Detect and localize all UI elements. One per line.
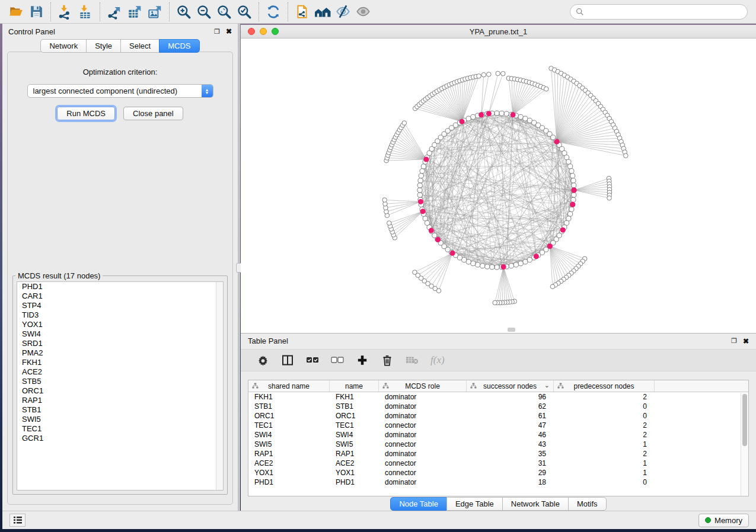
- zoom-in-button[interactable]: [174, 2, 194, 22]
- graph-node[interactable]: [487, 72, 492, 77]
- mcds-list-scrollbar[interactable]: [216, 282, 223, 490]
- mcds-result-item[interactable]: STB5: [17, 377, 223, 386]
- import-table-button[interactable]: [75, 2, 95, 22]
- tab-network-table[interactable]: Network Table: [502, 497, 569, 511]
- gear-button[interactable]: [256, 354, 269, 367]
- tab-node-table[interactable]: Node Table: [390, 497, 447, 511]
- mcds-result-item[interactable]: SRD1: [17, 339, 223, 348]
- graph-node[interactable]: [566, 216, 571, 221]
- mcds-result-item[interactable]: STP4: [17, 301, 223, 310]
- graph-node[interactable]: [569, 207, 574, 211]
- mcds-result-item[interactable]: FKH1: [17, 358, 223, 367]
- tab-select[interactable]: Select: [120, 39, 160, 53]
- graph-node[interactable]: [495, 111, 499, 116]
- search-input[interactable]: [588, 7, 742, 16]
- graph-node-mcds[interactable]: [570, 202, 575, 207]
- graph-node[interactable]: [419, 174, 423, 178]
- graph-node[interactable]: [544, 86, 548, 91]
- function-builder-button[interactable]: f(x): [430, 354, 445, 367]
- tab-motifs[interactable]: Motifs: [568, 497, 607, 511]
- graph-node-mcds[interactable]: [435, 237, 441, 242]
- table-row[interactable]: PHD1PHD1dominator180: [248, 477, 748, 487]
- graph-node[interactable]: [387, 221, 392, 226]
- table-row[interactable]: SWI5SWI5connector431: [248, 440, 748, 449]
- column-header-successor-nodes[interactable]: successor nodes⌄: [467, 380, 554, 392]
- table-row[interactable]: SWI4SWI4dominator462: [248, 430, 748, 440]
- graph-node[interactable]: [493, 300, 497, 305]
- graph-node[interactable]: [523, 116, 528, 121]
- graph-node[interactable]: [523, 259, 528, 264]
- graph-node-mcds[interactable]: [423, 156, 429, 162]
- graph-node[interactable]: [570, 174, 575, 178]
- graph-node-mcds[interactable]: [420, 209, 426, 214]
- mcds-result-item[interactable]: ACE2: [17, 367, 223, 377]
- graph-node-mcds[interactable]: [450, 251, 455, 256]
- graph-node[interactable]: [466, 116, 471, 121]
- column-header-shared-name[interactable]: shared name: [248, 380, 330, 392]
- network-graph[interactable]: [241, 39, 755, 333]
- mcds-result-list[interactable]: PHD1CAR1STP4TID3YOX1SWI4SRD1PMA2FKH1ACE2…: [17, 281, 224, 491]
- graph-node[interactable]: [509, 264, 513, 268]
- graph-node-mcds[interactable]: [486, 111, 492, 116]
- export-network-button[interactable]: [104, 2, 125, 22]
- delete-column-button[interactable]: [381, 354, 394, 367]
- graph-node-mcds[interactable]: [554, 139, 560, 145]
- mcds-result-item[interactable]: YOX1: [17, 320, 223, 329]
- graph-node[interactable]: [420, 169, 425, 174]
- graph-node[interactable]: [417, 183, 422, 188]
- graph-node[interactable]: [495, 265, 499, 270]
- tab-network[interactable]: Network: [40, 39, 87, 53]
- refresh-button[interactable]: [263, 2, 283, 22]
- graph-node[interactable]: [568, 211, 573, 216]
- mcds-result-item[interactable]: STB1: [17, 405, 223, 415]
- graph-node[interactable]: [477, 74, 481, 79]
- graph-node[interactable]: [476, 262, 480, 267]
- graph-node[interactable]: [527, 258, 532, 262]
- close-panel-icon[interactable]: ✖: [226, 28, 232, 35]
- zoom-out-button[interactable]: [194, 2, 214, 22]
- graph-node[interactable]: [572, 193, 576, 197]
- export-image-button[interactable]: [145, 2, 165, 22]
- table-row[interactable]: STB1STB1dominator620: [248, 402, 748, 411]
- column-header-MCDS-role[interactable]: MCDS role: [379, 380, 467, 392]
- first-neighbors-button[interactable]: [312, 2, 333, 22]
- table-row[interactable]: ORC1ORC1dominator610: [248, 411, 748, 421]
- graph-node[interactable]: [471, 261, 476, 266]
- table-row[interactable]: ACE2ACE2connector311: [248, 459, 748, 468]
- graph-node[interactable]: [423, 216, 428, 221]
- network-hscroll-thumb[interactable]: [508, 328, 515, 332]
- criterion-dropdown[interactable]: largest connected component (undirected)…: [27, 84, 213, 98]
- mcds-result-item[interactable]: ORC1: [17, 386, 223, 396]
- network-titlebar[interactable]: YPA_prune.txt_1: [241, 25, 756, 39]
- graph-node-mcds[interactable]: [429, 228, 434, 233]
- tab-edge-table[interactable]: Edge Table: [446, 497, 503, 511]
- graph-node[interactable]: [382, 198, 387, 203]
- task-history-button[interactable]: [9, 514, 25, 527]
- graph-node[interactable]: [501, 71, 506, 76]
- table-row[interactable]: FKH1FKH1dominator962: [248, 392, 748, 402]
- tab-mcds[interactable]: MCDS: [159, 39, 199, 53]
- graph-node-mcds[interactable]: [560, 227, 566, 233]
- column-header-predecessor-nodes[interactable]: predecessor nodes: [554, 380, 655, 392]
- mcds-result-item[interactable]: CAR1: [17, 291, 223, 301]
- graph-node[interactable]: [425, 220, 429, 225]
- graph-node[interactable]: [421, 164, 426, 169]
- graph-node[interactable]: [417, 193, 422, 197]
- mcds-result-item[interactable]: GCR1: [17, 434, 223, 443]
- add-column-button[interactable]: [356, 354, 369, 367]
- graph-node[interactable]: [564, 155, 569, 160]
- zoom-selected-button[interactable]: [234, 2, 254, 22]
- graph-node[interactable]: [518, 261, 523, 266]
- tab-style[interactable]: Style: [86, 39, 121, 53]
- graph-node[interactable]: [607, 196, 612, 200]
- graph-node-mcds[interactable]: [547, 243, 553, 249]
- mcds-result-item[interactable]: SWI5: [17, 415, 223, 424]
- network-canvas[interactable]: [241, 39, 756, 333]
- import-network-button[interactable]: [55, 2, 75, 22]
- export-table-button[interactable]: [125, 2, 145, 22]
- close-panel-button[interactable]: Close panel: [123, 107, 183, 120]
- graph-node[interactable]: [566, 159, 571, 164]
- table-row[interactable]: RAP1RAP1dominator352: [248, 449, 748, 459]
- graph-node[interactable]: [418, 178, 423, 183]
- graph-node[interactable]: [471, 114, 476, 119]
